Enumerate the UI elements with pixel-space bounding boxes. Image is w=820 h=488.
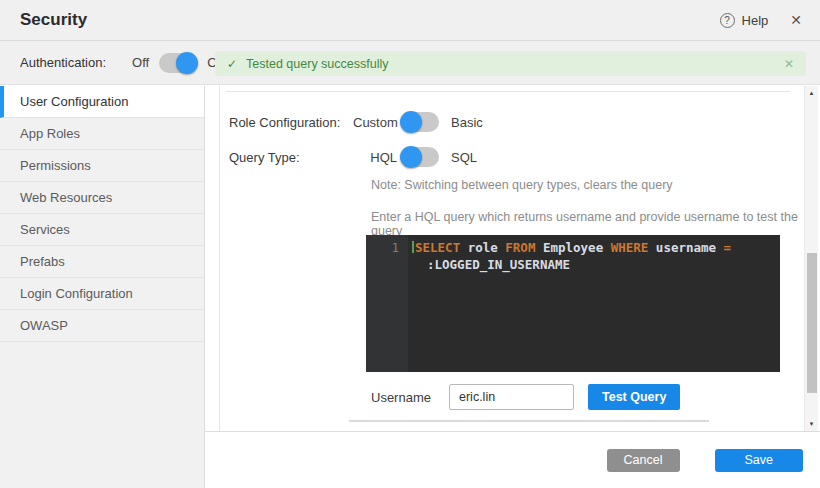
text-caret <box>412 241 414 253</box>
role-configuration-label: Role Configuration: <box>229 115 353 130</box>
help-icon[interactable]: ? <box>720 13 735 28</box>
check-icon: ✓ <box>227 57 237 71</box>
success-banner: ✓ Tested query successfully ✕ <box>215 51 806 76</box>
query-type-label: Query Type: <box>229 150 353 165</box>
sidebar-item-login-configuration[interactable]: Login Configuration <box>0 278 204 310</box>
sidebar-item-web-resources[interactable]: Web Resources <box>0 182 204 214</box>
sidebar-item-app-roles[interactable]: App Roles <box>0 118 204 150</box>
clipped-section-divider <box>349 420 709 422</box>
custom-option-label: Custom <box>353 115 397 130</box>
role-configuration-row: Role Configuration: Custom Basic <box>229 110 483 134</box>
username-row: Username Test Query <box>371 384 680 410</box>
banner-dismiss-icon[interactable]: ✕ <box>784 57 794 71</box>
save-button[interactable]: Save <box>715 449 804 472</box>
sidebar-item-prefabs[interactable]: Prefabs <box>0 246 204 278</box>
note-text: Note: Switching between query types, cle… <box>371 178 673 192</box>
section-divider <box>226 91 790 92</box>
test-query-button[interactable]: Test Query <box>588 384 680 410</box>
auth-off-label: Off <box>132 55 149 70</box>
close-icon[interactable]: ✕ <box>790 12 802 28</box>
query-type-toggle[interactable] <box>401 147 439 167</box>
authentication-label: Authentication: <box>20 55 106 70</box>
user-configuration-panel: Role Configuration: Custom Basic Query T… <box>219 86 802 431</box>
scroll-down-icon[interactable]: ▼ <box>805 421 818 427</box>
basic-option-label: Basic <box>451 115 483 130</box>
dialog-footer: Cancel Save <box>205 431 820 488</box>
username-input[interactable] <box>449 384 574 410</box>
code-line-1: SELECT role FROM Employee WHERE username… <box>412 239 731 256</box>
dialog-header: Security ? Help ✕ <box>0 0 820 41</box>
role-configuration-toggle[interactable] <box>401 112 439 132</box>
vertical-scrollbar[interactable]: ▲ ▼ <box>804 86 818 431</box>
hint-text: Enter a HQL query which returns username… <box>371 210 802 238</box>
banner-message: Tested query successfully <box>246 57 388 71</box>
editor-code[interactable]: SELECT role FROM Employee WHERE username… <box>408 235 731 372</box>
sidebar-item-user-configuration[interactable]: User Configuration <box>0 86 204 118</box>
security-dialog: Security ? Help ✕ Authentication: Off On… <box>0 0 820 488</box>
code-line-2: :LOGGED_IN_USERNAME <box>412 256 731 273</box>
header-actions: ? Help ✕ <box>720 12 804 28</box>
hql-option-label: HQL <box>353 150 397 165</box>
sql-option-label: SQL <box>451 150 477 165</box>
cancel-button[interactable]: Cancel <box>607 449 680 472</box>
authentication-toggle[interactable] <box>159 53 197 73</box>
line-number: 1 <box>392 241 399 255</box>
sidebar-item-services[interactable]: Services <box>0 214 204 246</box>
toggle-knob <box>176 52 198 74</box>
auth-toolbar: Authentication: Off On ✓ Tested query su… <box>0 41 820 85</box>
editor-gutter: 1 <box>366 235 408 372</box>
toggle-knob <box>400 111 422 133</box>
hql-query-editor[interactable]: 1 SELECT role FROM Employee WHERE userna… <box>366 235 780 372</box>
sidebar-item-owasp[interactable]: OWASP <box>0 310 204 342</box>
help-link[interactable]: Help <box>742 13 769 28</box>
sidebar-item-permissions[interactable]: Permissions <box>0 150 204 182</box>
toggle-knob <box>400 146 422 168</box>
username-label: Username <box>371 390 449 405</box>
page-title: Security <box>20 10 87 30</box>
scroll-up-icon[interactable]: ▲ <box>805 90 818 96</box>
scrollbar-thumb[interactable] <box>807 253 817 393</box>
query-type-row: Query Type: HQL SQL <box>229 145 477 169</box>
sidebar: User Configuration App Roles Permissions… <box>0 86 205 488</box>
